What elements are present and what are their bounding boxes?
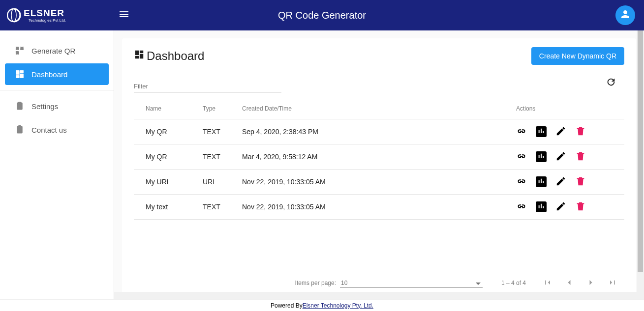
paginator-next-button[interactable] bbox=[583, 275, 599, 291]
clipboard-icon bbox=[15, 125, 25, 135]
trash-icon bbox=[575, 151, 586, 163]
svg-rect-7 bbox=[17, 48, 18, 49]
cell-actions bbox=[516, 170, 624, 195]
cell-type: TEXT bbox=[203, 144, 242, 170]
row-link-button[interactable] bbox=[516, 176, 527, 187]
svg-point-1 bbox=[11, 9, 16, 22]
scrollbar-horizontal[interactable] bbox=[114, 292, 637, 299]
person-icon bbox=[619, 8, 631, 22]
link-icon bbox=[516, 151, 527, 163]
table-header-created[interactable]: Created Date/Time bbox=[242, 98, 516, 119]
footer-powered-by: Powered By bbox=[271, 302, 303, 309]
chevron-right-icon bbox=[586, 278, 596, 289]
cell-name: My URI bbox=[134, 170, 203, 195]
page-size-select[interactable]: 10 bbox=[340, 279, 483, 288]
link-icon bbox=[516, 176, 527, 188]
cell-name: My QR bbox=[134, 119, 203, 144]
menu-toggle-button[interactable] bbox=[114, 4, 134, 26]
menu-icon bbox=[118, 8, 130, 22]
paginator-first-button[interactable] bbox=[540, 275, 555, 291]
cell-actions bbox=[516, 144, 624, 170]
svg-rect-5 bbox=[21, 47, 24, 50]
link-icon bbox=[516, 201, 527, 213]
sidebar-item-generate-qr[interactable]: Generate QR bbox=[5, 40, 109, 61]
page-title: Dashboard bbox=[134, 49, 204, 63]
cell-name: My text bbox=[134, 195, 203, 220]
table-paginator: Items per page: 10 1 – 4 of 4 bbox=[134, 269, 624, 294]
svg-text:Technologies Pvt Ltd.: Technologies Pvt Ltd. bbox=[29, 18, 66, 23]
sidebar-divider bbox=[0, 90, 114, 90]
page-title-text: Dashboard bbox=[147, 49, 204, 63]
refresh-icon bbox=[606, 81, 616, 89]
cell-actions bbox=[516, 195, 624, 220]
user-avatar-button[interactable] bbox=[615, 5, 635, 25]
cell-actions bbox=[516, 119, 624, 144]
first-page-icon bbox=[543, 278, 552, 289]
table-row: My QRTEXTSep 4, 2020, 2:38:43 PM bbox=[134, 119, 624, 144]
sidebar-item-settings[interactable]: Settings bbox=[5, 95, 109, 117]
filter-field[interactable]: Filter bbox=[134, 80, 281, 92]
table-header-type[interactable]: Type bbox=[203, 98, 242, 119]
dashboard-card: Dashboard Create New Dynamic QR Filter bbox=[122, 38, 636, 299]
bar-chart-icon bbox=[537, 152, 545, 162]
page-size-value: 10 bbox=[341, 280, 347, 286]
sidebar-item-label: Dashboard bbox=[31, 70, 67, 79]
cell-created: Sep 4, 2020, 2:38:43 PM bbox=[242, 119, 516, 144]
row-edit-button[interactable] bbox=[555, 126, 566, 137]
sidebar-item-label: Settings bbox=[31, 102, 58, 111]
row-analytics-button[interactable] bbox=[536, 151, 547, 162]
qr-table: Name Type Created Date/Time Actions My Q… bbox=[134, 98, 624, 220]
row-delete-button[interactable] bbox=[575, 151, 586, 162]
table-header-name[interactable]: Name bbox=[134, 98, 203, 119]
last-page-icon bbox=[608, 278, 617, 289]
footer: Powered By Elsner Technology Pty. Ltd. bbox=[0, 299, 644, 311]
sidebar-item-label: Generate QR bbox=[31, 47, 75, 55]
row-analytics-button[interactable] bbox=[536, 176, 547, 187]
table-row: My URIURLNov 22, 2019, 10:33:05 AM bbox=[134, 170, 624, 195]
row-delete-button[interactable] bbox=[575, 201, 586, 212]
sidebar-item-dashboard[interactable]: Dashboard bbox=[5, 63, 109, 85]
create-dynamic-qr-button[interactable]: Create New Dynamic QR bbox=[531, 47, 624, 65]
row-link-button[interactable] bbox=[516, 201, 527, 212]
app-title: QR Code Generator bbox=[278, 10, 366, 21]
cell-type: TEXT bbox=[203, 119, 242, 144]
dropdown-icon bbox=[476, 280, 481, 286]
footer-company-link[interactable]: Elsner Technology Pty. Ltd. bbox=[303, 302, 373, 309]
row-link-button[interactable] bbox=[516, 151, 527, 162]
row-edit-button[interactable] bbox=[555, 176, 566, 187]
table-row: My textTEXTNov 22, 2019, 10:33:05 AM bbox=[134, 195, 624, 220]
svg-rect-9 bbox=[19, 102, 21, 104]
paginator-last-button[interactable] bbox=[605, 275, 620, 291]
row-edit-button[interactable] bbox=[555, 151, 566, 162]
dashboard-icon bbox=[15, 69, 25, 79]
bar-chart-icon bbox=[537, 127, 545, 137]
brand-logo: ELSNER Technologies Pvt Ltd. bbox=[0, 5, 114, 25]
edit-icon bbox=[555, 126, 566, 138]
sidebar-item-label: Contact us bbox=[31, 126, 67, 134]
main-content: Dashboard Create New Dynamic QR Filter bbox=[114, 30, 644, 299]
items-per-page-label: Items per page: bbox=[295, 280, 336, 286]
cell-type: URL bbox=[203, 170, 242, 195]
table-header-actions: Actions bbox=[516, 98, 624, 119]
svg-rect-6 bbox=[16, 52, 19, 55]
trash-icon bbox=[575, 176, 586, 188]
cell-name: My QR bbox=[134, 144, 203, 170]
filter-input[interactable] bbox=[134, 80, 281, 92]
row-delete-button[interactable] bbox=[575, 176, 586, 187]
paginator-prev-button[interactable] bbox=[561, 275, 577, 291]
row-edit-button[interactable] bbox=[555, 201, 566, 212]
trash-icon bbox=[575, 201, 586, 213]
row-analytics-button[interactable] bbox=[536, 126, 547, 137]
refresh-button[interactable] bbox=[603, 74, 619, 92]
paginator-range: 1 – 4 of 4 bbox=[496, 280, 526, 286]
bar-chart-icon bbox=[537, 177, 545, 187]
scrollbar-vertical[interactable] bbox=[637, 30, 644, 299]
row-delete-button[interactable] bbox=[575, 126, 586, 137]
row-analytics-button[interactable] bbox=[536, 201, 547, 212]
row-link-button[interactable] bbox=[516, 126, 527, 137]
app-header: ELSNER Technologies Pvt Ltd. QR Code Gen… bbox=[0, 0, 644, 30]
sidebar-item-contact-us[interactable]: Contact us bbox=[5, 119, 109, 141]
edit-icon bbox=[555, 151, 566, 163]
chevron-left-icon bbox=[564, 278, 574, 289]
edit-icon bbox=[555, 176, 566, 188]
